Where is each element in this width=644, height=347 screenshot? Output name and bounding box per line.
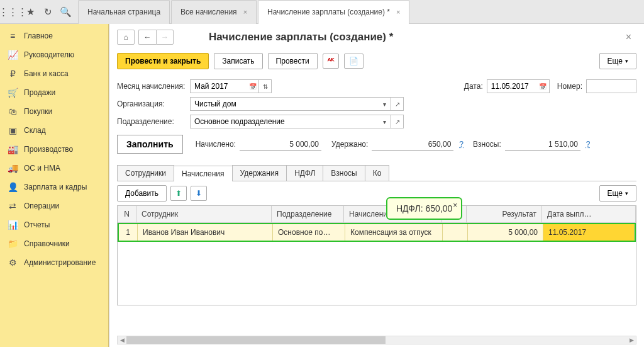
sidebar-item-main[interactable]: ≡Главное	[0, 26, 108, 45]
scroll-right-icon[interactable]: ▶	[627, 336, 636, 344]
subtab-withholdings[interactable]: Удержания	[232, 165, 287, 181]
fill-button[interactable]: Заполнить	[117, 135, 183, 154]
horizontal-scrollbar[interactable]: ◀ ▶	[117, 336, 636, 344]
close-icon[interactable]: ×	[396, 8, 400, 16]
date-input[interactable]	[487, 79, 537, 93]
dep-field[interactable]: ▾ ↗	[190, 115, 404, 128]
sidebar-item-admin[interactable]: ⚙Администрирование	[0, 253, 108, 272]
subtab-more[interactable]: Ко	[365, 165, 390, 181]
table-row[interactable]: 1 Иванов Иван Иванович Основное по… Комп…	[118, 223, 636, 242]
number-input[interactable]	[586, 79, 636, 93]
subtab-employees[interactable]: Сотрудники	[117, 165, 174, 181]
tab-label: Все начисления	[180, 8, 237, 16]
sidebar-item-label: Руководителю	[24, 50, 74, 59]
sidebar-item-operations[interactable]: ⇄Операции	[0, 196, 108, 215]
table: N Сотрудник Подразделение Начисление Рез…	[117, 205, 636, 305]
dropdown-icon[interactable]: ▾	[379, 115, 391, 128]
write-button[interactable]: Записать	[214, 53, 262, 69]
cell-blank	[443, 224, 468, 241]
date-field[interactable]: 📅	[487, 79, 550, 93]
chart-icon: 📈	[8, 50, 18, 60]
tooltip-close-icon[interactable]: ×	[453, 201, 457, 210]
col-employee[interactable]: Сотрудник	[136, 206, 272, 222]
subtab-accruals[interactable]: Начисления	[174, 166, 233, 181]
sidebar-item-assets[interactable]: 🚚ОС и НМА	[0, 159, 108, 178]
sidebar-item-sales[interactable]: 🛒Продажи	[0, 83, 108, 102]
scroll-left-icon[interactable]: ◀	[118, 336, 126, 344]
truck-icon: 🚚	[8, 163, 18, 173]
close-button[interactable]: ×	[621, 29, 636, 45]
ruble-icon: ₽	[8, 69, 18, 79]
cell-employee: Иванов Иван Иванович	[138, 224, 273, 241]
forward-button[interactable]: →	[156, 30, 174, 45]
sidebar-item-payroll[interactable]: 👤Зарплата и кадры	[0, 178, 108, 196]
sidebar-item-directories[interactable]: 📁Справочники	[0, 234, 108, 253]
main-area: ≡Главное 📈Руководителю ₽Банк и касса 🛒Пр…	[0, 24, 644, 347]
sub-tabs: Сотрудники Начисления Удержания НДФЛ Взн…	[117, 165, 636, 181]
contrib-value: 1 510,00	[505, 139, 580, 151]
month-input[interactable]	[190, 79, 247, 93]
sidebar-item-label: Операции	[24, 202, 59, 210]
sidebar-item-label: Отчеты	[24, 220, 50, 229]
sidebar-item-manager[interactable]: 📈Руководителю	[0, 45, 108, 64]
sidebar-item-bank[interactable]: ₽Банк и касса	[0, 64, 108, 83]
subtab-contributions[interactable]: Взносы	[323, 165, 365, 181]
sidebar-item-label: Склад	[24, 126, 46, 135]
search-icon[interactable]: 🔍	[57, 3, 74, 21]
close-icon[interactable]: ×	[243, 8, 247, 16]
org-input[interactable]	[190, 97, 379, 111]
open-icon[interactable]: ↗	[391, 115, 404, 128]
dep-input[interactable]	[190, 115, 379, 128]
col-n[interactable]: N	[118, 206, 136, 222]
title-bar: ⌂ ← → Начисление зарплаты (создание) * ×	[109, 24, 644, 50]
back-button[interactable]: ←	[138, 30, 156, 45]
col-date[interactable]: Дата выпл…	[542, 206, 636, 222]
history-icon[interactable]: ↻	[39, 3, 57, 21]
page-title: Начисление зарплаты (создание) *	[209, 31, 393, 43]
gear-icon: ⚙	[8, 258, 18, 268]
sidebar-item-purchases[interactable]: 🛍Покупки	[0, 102, 108, 121]
scroll-thumb[interactable]	[126, 336, 386, 344]
col-result[interactable]: Результат	[467, 206, 542, 222]
sidebar-item-label: Зарплата и кадры	[24, 183, 87, 191]
sidebar-item-production[interactable]: 🏭Производство	[0, 140, 108, 159]
calendar-icon[interactable]: 📅	[537, 79, 550, 93]
dt-kt-button[interactable]: ᴬᴷ	[323, 54, 339, 69]
sidebar-item-warehouse[interactable]: ▣Склад	[0, 121, 108, 140]
person-icon: 👤	[8, 182, 18, 192]
tab-payroll-create[interactable]: Начисление зарплаты (создание) *×	[258, 0, 409, 24]
post-and-close-button[interactable]: Провести и закрыть	[117, 53, 209, 69]
table-more-button[interactable]: Еще	[599, 185, 636, 202]
calendar-icon[interactable]: 📅	[247, 79, 259, 93]
print-button[interactable]: 📄	[344, 54, 364, 69]
move-down-button[interactable]: ⬇	[191, 186, 207, 201]
contrib-help-link[interactable]: ?	[584, 140, 592, 149]
form: Месяц начисления: 📅 ⇅ Дата: 📅 Номер: Орг…	[109, 72, 644, 161]
withheld-help-link[interactable]: ?	[457, 140, 465, 149]
factory-icon: 🏭	[8, 144, 18, 154]
cell-date: 11.05.2017	[543, 224, 635, 241]
add-button[interactable]: Добавить	[117, 185, 167, 202]
post-button[interactable]: Провести	[268, 53, 318, 69]
report-icon: 📊	[8, 220, 18, 230]
contrib-label: Взносы:	[473, 140, 501, 149]
home-button[interactable]: ⌂	[117, 30, 135, 45]
dropdown-icon[interactable]: ▾	[379, 97, 391, 111]
star-icon[interactable]: ★	[21, 3, 39, 21]
open-icon[interactable]: ↗	[391, 97, 404, 111]
tab-all-accruals[interactable]: Все начисления×	[171, 0, 257, 24]
stepper-icon[interactable]: ⇅	[259, 79, 272, 93]
sidebar: ≡Главное 📈Руководителю ₽Банк и касса 🛒Пр…	[0, 24, 109, 347]
bag-icon: 🛍	[8, 106, 18, 117]
sidebar-item-reports[interactable]: 📊Отчеты	[0, 215, 108, 234]
more-button[interactable]: Еще	[599, 53, 636, 69]
window-tabs: Начальная страница Все начисления× Начис…	[78, 0, 411, 24]
move-up-button[interactable]: ⬆	[170, 186, 187, 201]
subtab-ndfl[interactable]: НДФЛ	[286, 165, 323, 181]
apps-icon[interactable]: ⋮⋮⋮	[4, 3, 21, 21]
tab-home[interactable]: Начальная страница	[78, 0, 170, 24]
sidebar-item-label: Справочники	[24, 239, 70, 248]
col-department[interactable]: Подразделение	[272, 206, 344, 222]
org-field[interactable]: ▾ ↗	[190, 97, 404, 111]
month-field[interactable]: 📅 ⇅	[190, 79, 272, 93]
